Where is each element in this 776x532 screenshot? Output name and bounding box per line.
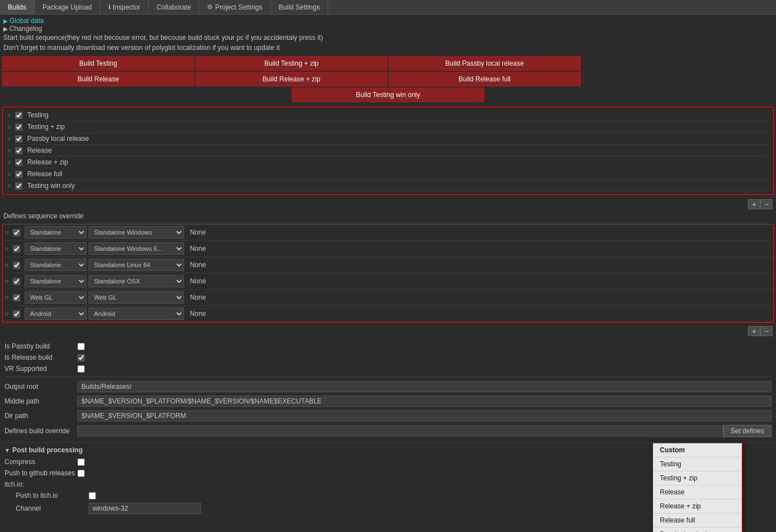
- tab-inspector[interactable]: ℹ Inspector: [100, 0, 149, 14]
- sequence-checkbox-3[interactable]: [15, 147, 22, 154]
- middle-path-label: Middle path: [4, 397, 77, 405]
- platform-select-2[interactable]: Standalone: [25, 259, 86, 271]
- sequence-checkbox-0[interactable]: [15, 112, 22, 119]
- platform-check-0[interactable]: [13, 229, 20, 236]
- sequence-item-4[interactable]: ≡ Release + zip: [5, 157, 771, 168]
- push-itchio-checkbox[interactable]: [89, 492, 96, 499]
- sequence-item-1[interactable]: ≡ Testing + zip: [5, 121, 771, 133]
- btn-build-testing-zip[interactable]: Build Testing + zip: [195, 56, 387, 71]
- tab-package-upload[interactable]: Package Upload: [35, 0, 100, 14]
- platform-row-0: ≡ Standalone Standalone Windows None: [3, 224, 773, 241]
- output-root-row: Output root: [4, 379, 772, 394]
- platforms-controls: + −: [0, 325, 776, 337]
- platform-check-5[interactable]: [13, 310, 20, 318]
- subplatform-select-2[interactable]: Standalone Linux 64: [89, 259, 184, 271]
- channel-label: Channel: [16, 505, 89, 512]
- tab-project-settings[interactable]: ⚙ Project Settings: [199, 0, 270, 14]
- dropdown-item-custom[interactable]: Custom: [653, 443, 742, 457]
- platform-drag-0: ≡: [5, 229, 8, 236]
- output-root-input[interactable]: [77, 381, 772, 392]
- subplatform-select-3[interactable]: Standalone OSX: [89, 275, 184, 287]
- vr-supported-row: VR Supported: [4, 363, 772, 374]
- dropdown-item-release-full[interactable]: Release full: [653, 513, 742, 528]
- push-itchio-label: Push to itch.io: [16, 492, 89, 499]
- defines-override-row: Defines sequence override: [0, 210, 776, 222]
- sequence-checkbox-2[interactable]: [15, 135, 22, 143]
- dir-path-input[interactable]: [77, 410, 772, 421]
- btn-build-testing-win[interactable]: Build Testing win only: [292, 88, 485, 102]
- is-passby-row: Is Passby build: [4, 341, 772, 352]
- sequence-label-4: Release + zip: [27, 158, 68, 166]
- platform-drag-1: ≡: [5, 245, 8, 252]
- platform-check-1[interactable]: [13, 245, 20, 253]
- sequence-label-0: Testing: [27, 111, 48, 119]
- is-release-checkbox[interactable]: [77, 354, 85, 361]
- dir-path-label: Dir path: [4, 412, 77, 420]
- platform-check-2[interactable]: [13, 262, 20, 269]
- platforms-container: ≡ Standalone Standalone Windows None ≡ S…: [0, 224, 776, 323]
- tab-builds[interactable]: Builds: [0, 0, 35, 14]
- sequence-item-6[interactable]: ≡ Testing win only: [5, 180, 771, 192]
- sequence-checkbox-5[interactable]: [15, 171, 22, 178]
- sequence-item-3[interactable]: ≡ Release: [5, 145, 771, 157]
- push-github-checkbox[interactable]: [77, 470, 85, 477]
- is-passby-checkbox[interactable]: [77, 343, 85, 350]
- platform-select-1[interactable]: Standalone: [25, 242, 86, 255]
- btn-build-release-full[interactable]: Build Release full: [389, 72, 581, 86]
- sequence-item-5[interactable]: ≡ Release full: [5, 168, 771, 180]
- platform-check-4[interactable]: [13, 294, 20, 301]
- add-platform-button[interactable]: +: [748, 326, 760, 336]
- compress-checkbox[interactable]: [77, 458, 85, 466]
- platform-row-1: ≡ Standalone Standalone Windows 6... Non…: [3, 241, 773, 257]
- dropdown-item-release-zip[interactable]: Release + zip: [653, 499, 742, 513]
- sequence-item-2[interactable]: ≡ Passby local release: [5, 133, 771, 145]
- defines-override-label: Defines sequence override: [3, 212, 84, 220]
- tab-build-settings[interactable]: Build Settings: [271, 0, 328, 14]
- tab-collaborate[interactable]: Collaborate: [149, 0, 199, 14]
- btn-build-testing[interactable]: Build Testing: [2, 56, 194, 71]
- btn-build-release-zip[interactable]: Build Release + zip: [195, 72, 387, 86]
- platform-none-4: None: [190, 293, 206, 301]
- info-line2: Don't forget to manually download new ve…: [3, 43, 773, 53]
- dropdown-item-testing-zip[interactable]: Testing + zip: [653, 471, 742, 485]
- is-release-row: Is Release build: [4, 352, 772, 363]
- drag-handle-2: ≡: [7, 135, 11, 142]
- platform-select-4[interactable]: Web GL: [25, 291, 86, 304]
- channel-input[interactable]: [89, 503, 201, 514]
- defines-build-override-input[interactable]: [77, 425, 723, 437]
- remove-sequence-button[interactable]: −: [760, 199, 773, 209]
- dropdown-item-passby[interactable]: Passby local release: [653, 528, 742, 532]
- dropdown-item-release[interactable]: Release: [653, 485, 742, 499]
- subplatform-select-5[interactable]: Android: [89, 308, 184, 320]
- middle-path-input[interactable]: [77, 396, 772, 407]
- btn-build-passby[interactable]: Build Passby local release: [389, 56, 581, 71]
- btn-build-release[interactable]: Build Release: [2, 72, 194, 86]
- is-passby-label: Is Passby build: [4, 342, 77, 350]
- platform-check-3[interactable]: [13, 278, 20, 285]
- sequence-label-1: Testing + zip: [27, 123, 65, 131]
- sequence-checkbox-6[interactable]: [15, 182, 22, 190]
- platform-none-2: None: [190, 261, 206, 269]
- platform-none-3: None: [190, 277, 206, 285]
- set-defines-button[interactable]: Set defines: [723, 425, 772, 437]
- subplatform-select-0[interactable]: Standalone Windows: [89, 226, 184, 239]
- dropdown-item-testing[interactable]: Testing: [653, 457, 742, 471]
- subplatform-select-4[interactable]: Web GL: [89, 291, 184, 304]
- sequence-checkbox-4[interactable]: [15, 159, 22, 166]
- global-data-link[interactable]: Global data: [3, 17, 773, 25]
- subplatform-select-1[interactable]: Standalone Windows 6...: [89, 242, 184, 255]
- platform-select-3[interactable]: Standalone: [25, 275, 86, 287]
- vr-supported-checkbox[interactable]: [77, 365, 85, 373]
- changelog-link[interactable]: Changelog: [3, 25, 773, 33]
- remove-platform-button[interactable]: −: [760, 326, 773, 336]
- platform-row-3: ≡ Standalone Standalone OSX None: [3, 273, 773, 290]
- platform-drag-4: ≡: [5, 294, 8, 301]
- platform-select-0[interactable]: Standalone: [25, 226, 86, 239]
- sequence-item-0[interactable]: ≡ Testing: [5, 109, 771, 121]
- drag-handle-5: ≡: [7, 171, 11, 177]
- sequence-checkbox-1[interactable]: [15, 123, 22, 131]
- add-sequence-button[interactable]: +: [748, 199, 760, 209]
- platform-select-5[interactable]: Android: [25, 308, 86, 320]
- sequences-controls: + −: [0, 198, 776, 210]
- sequence-dropdown: Custom Testing Testing + zip Release Rel…: [653, 443, 742, 532]
